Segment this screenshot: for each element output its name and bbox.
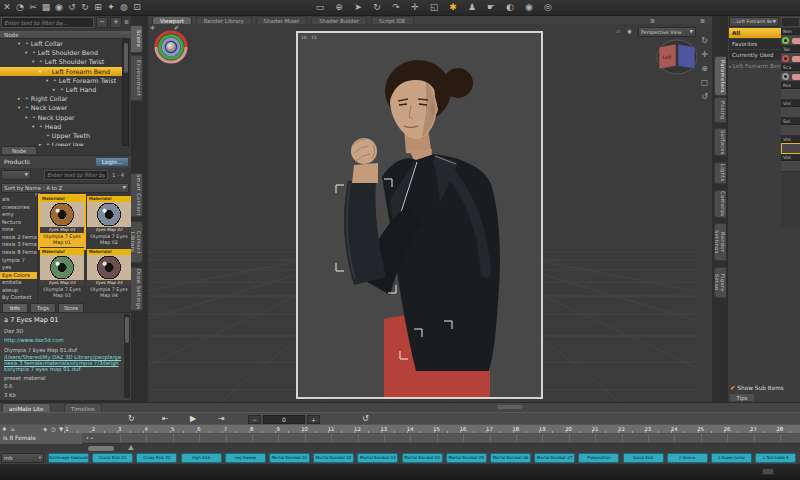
tree-item-left-shoulder-bend[interactable]: ▾✦Left Shoulder Bend <box>0 48 122 57</box>
slider-visi[interactable] <box>781 143 800 154</box>
timeline-scrollbar[interactable] <box>88 446 114 451</box>
zoom-icon[interactable]: ⊕ <box>699 64 710 73</box>
vendor-link[interactable]: http://www.daz3d.com <box>4 337 127 343</box>
clip-archmage-hadouken[interactable]: Archmage Hadouken <box>48 453 89 463</box>
viewport-canvas[interactable]: 10 : 15 ✛✐ ▱◉ Perspective View ▼ <box>148 24 697 402</box>
add-node-icon[interactable]: ⊞ <box>93 1 103 14</box>
scene-navigator-icon[interactable]: ▭ <box>315 1 325 14</box>
slider-twi[interactable] <box>781 53 800 64</box>
clip-leg-sweep[interactable]: Leg Sweep <box>225 453 266 463</box>
tab-info[interactable]: Info <box>2 303 28 312</box>
login-button[interactable]: Login... <box>95 157 129 167</box>
timeline-ruler[interactable]: ✚⌂◈◷▼ 1234567891011121314151617181920212… <box>0 424 800 433</box>
tab-tags[interactable]: Tags <box>30 303 56 312</box>
sidetab-parameters[interactable]: Parameters <box>714 56 726 96</box>
track-cells[interactable] <box>120 434 800 442</box>
sidetab-scene[interactable]: Scene <box>131 25 143 53</box>
show-sub-items-checkbox[interactable]: ✔ Show Sub Items <box>730 384 784 392</box>
category-enitalia[interactable]: enitalia <box>0 279 37 287</box>
track-label[interactable]: is 8 Female <box>0 433 82 444</box>
frame-increment-button[interactable]: + <box>307 415 320 424</box>
clip-crazy-kick-01[interactable]: Crazy Kick 01 <box>92 453 133 463</box>
slider-bar[interactable] <box>792 74 800 80</box>
clip-preparation[interactable]: Preparation <box>578 453 619 463</box>
expand-arrow-icon[interactable]: ▾ <box>25 50 30 55</box>
slider-ben[interactable] <box>781 35 800 46</box>
rotate-tool-icon[interactable]: ↻ <box>372 1 382 14</box>
slider-bar[interactable] <box>792 38 800 44</box>
tab-render-library[interactable]: Render Library <box>196 16 252 24</box>
tips-tab[interactable]: Tips <box>729 393 755 401</box>
category-nine[interactable]: nine <box>0 226 37 234</box>
param-group-favorites[interactable]: Favorites <box>729 39 781 49</box>
sidetab-lights[interactable]: Lights <box>714 162 726 184</box>
rotation-gizmo[interactable] <box>152 28 190 66</box>
view-cube[interactable]: Left <box>654 38 697 76</box>
expand-arrow-icon[interactable]: ▾ <box>32 59 37 64</box>
splitter-handle[interactable] <box>497 405 523 409</box>
category-nesis-3-female[interactable]: nesis 3 Female <box>0 241 37 249</box>
parameters-search[interactable] <box>781 17 800 27</box>
node-selector-dropdown[interactable]: ...Left Forearm Bend ▼ <box>729 17 779 27</box>
product-thumbnail[interactable]: Materials!Eyes Map 02Olympia 7 Eyes Map … <box>87 196 131 248</box>
expand-arrow-icon[interactable]: ▸ <box>53 87 58 92</box>
tab-shader-builder[interactable]: Shader Builder <box>311 16 367 24</box>
sidetab-environment[interactable]: Environment <box>131 55 143 101</box>
sidetab-surfaces[interactable]: Surfaces <box>714 128 726 156</box>
frame-decrement-button[interactable]: − <box>248 415 261 424</box>
expand-arrow-icon[interactable]: ▸ <box>18 96 23 101</box>
tree-item-head[interactable]: ▾✦Head <box>0 122 122 131</box>
viewport-pane-menu-icon[interactable]: ≣ <box>650 17 655 24</box>
category-als[interactable]: als <box>0 196 37 204</box>
sidetab-draw-settings[interactable]: Draw Settings <box>131 267 143 311</box>
clip-mortal-kombat-06[interactable]: Mortal Kombat 06 <box>490 453 531 463</box>
scene-column-header[interactable]: Node <box>0 31 131 39</box>
package-icon[interactable]: ⊡ <box>132 1 142 14</box>
category-nesis-8-female[interactable]: nesis 8 Female <box>0 249 37 257</box>
category-ccessories[interactable]: ccessories <box>0 204 37 212</box>
tab-store[interactable]: Store <box>58 303 84 312</box>
tab-shader-mixer[interactable]: Shader Mixer <box>256 16 308 24</box>
sidetab-figure-setup[interactable]: Figure Setup <box>714 267 726 298</box>
scale-tool-icon[interactable]: ◱ <box>429 1 439 14</box>
scrollbar-thumb[interactable] <box>125 317 129 343</box>
category-lympia-7[interactable]: lympia 7 <box>0 257 37 265</box>
slider-knob[interactable] <box>782 73 789 80</box>
figure-tool-icon[interactable]: ♟ <box>467 1 477 14</box>
slider-sel[interactable] <box>781 125 800 136</box>
expand-arrow-icon[interactable]: ▾ <box>18 41 23 46</box>
clip-high-kick[interactable]: High Kick <box>181 453 222 463</box>
pointer-tool-icon[interactable]: ➤ <box>353 1 363 14</box>
pan-icon[interactable]: ✛ <box>699 50 710 59</box>
tree-item-left-hand[interactable]: ▸✦Left Hand <box>0 85 122 94</box>
sidetab-render-settings[interactable]: Render Settings <box>714 223 726 261</box>
expand-tree-button[interactable]: + <box>110 17 122 28</box>
collapse-tree-button[interactable]: − <box>96 17 108 28</box>
tab-viewport[interactable]: Viewport <box>152 16 192 24</box>
clip-mortal-kombat-04[interactable]: Mortal Kombat 04 <box>402 453 443 463</box>
star-icon[interactable]: ✦ <box>106 1 116 14</box>
expand-arrow-icon[interactable]: ▸ <box>39 142 44 146</box>
grid-icon[interactable]: ▦ <box>41 1 51 14</box>
sort-dropdown[interactable]: Sort by Name : A to Z ▼ <box>1 183 129 193</box>
sidetab-content-library[interactable]: Content Library <box>131 221 143 263</box>
clip-mortal-kombat-01[interactable]: Mortal Kombat 01 <box>269 453 310 463</box>
info-scrollbar[interactable] <box>124 314 130 398</box>
hand-tool-icon[interactable]: ☛ <box>486 1 496 14</box>
expand-arrow-icon[interactable]: ▾ <box>18 105 23 110</box>
sidetab-posing[interactable]: Posing <box>714 97 726 123</box>
param-group-currently-used[interactable]: Currently Used <box>729 50 781 60</box>
playhead-marker[interactable] <box>128 445 134 450</box>
tree-item-neck-upper[interactable]: ▾✦Neck Upper <box>0 113 122 122</box>
redo-icon[interactable]: ↻ <box>80 1 90 14</box>
clip-z-ammo[interactable]: z Ammo <box>667 453 708 463</box>
translate-tool-icon[interactable]: ✛ <box>410 1 420 14</box>
target-icon[interactable]: ◉ <box>54 1 64 14</box>
tree-item-left-collar[interactable]: ▾✦Left Collar <box>0 39 122 48</box>
products-filter-input[interactable] <box>44 170 108 180</box>
render-icon[interactable]: ◉ <box>524 1 534 14</box>
slider-knob[interactable] <box>782 55 789 62</box>
tree-item-left-shoulder-twist[interactable]: ▾✦Left Shoulder Twist <box>0 57 122 66</box>
category-fectura[interactable]: fectura <box>0 219 37 227</box>
slider-pos[interactable] <box>781 89 800 100</box>
